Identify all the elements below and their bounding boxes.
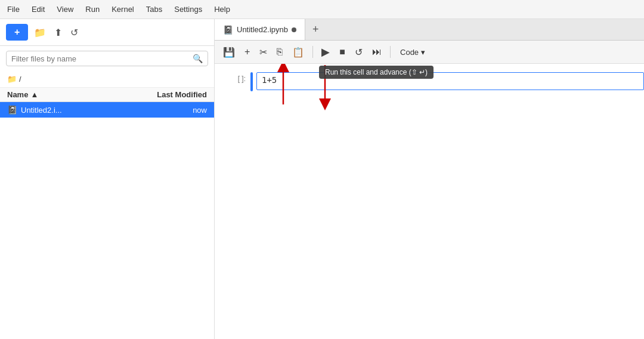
new-button[interactable]: +	[6, 24, 28, 41]
tab-modified-dot	[292, 27, 296, 32]
stop-button[interactable]: ■	[336, 44, 349, 60]
refresh-icon-btn[interactable]: ↺	[68, 24, 80, 41]
file-modified-time: now	[135, 106, 207, 115]
left-panel: + 📁 ⬆ ↺ 🔍 📁 / Name ▲ Last Modified 📓 Unt	[0, 19, 215, 339]
breadcrumb-text: /	[19, 75, 21, 84]
folder-icon-btn[interactable]: 📁	[32, 24, 48, 41]
notebook-toolbar: 💾 + ✂ ⎘ 📋 ▶ ■ ↺ ⏭ Code ▾ Run this cell a…	[215, 41, 644, 64]
tab-notebook-icon: 📓	[223, 25, 233, 35]
search-icon: 🔍	[193, 54, 203, 63]
menu-item-view[interactable]: View	[57, 5, 73, 14]
add-cell-button[interactable]: +	[241, 44, 253, 60]
column-last-modified[interactable]: Last Modified	[135, 90, 207, 99]
cell-input[interactable]: 1+5	[256, 72, 644, 90]
save-button[interactable]: 💾	[219, 44, 239, 60]
file-icon: 📓	[7, 105, 17, 115]
toolbar-separator-1	[312, 46, 313, 58]
column-name-label: Name	[7, 90, 28, 99]
cut-button[interactable]: ✂	[256, 44, 271, 60]
notebook-tab[interactable]: 📓 Untitled2.ipynb	[215, 19, 305, 40]
cell-label: [ ]:	[238, 75, 246, 83]
new-tab-button[interactable]: +	[305, 23, 326, 36]
cell-active-indicator	[250, 72, 253, 91]
upload-icon-btn[interactable]: ⬆	[52, 24, 64, 41]
menu-bar: File Edit View Run Kernel Tabs Settings …	[0, 0, 644, 19]
menu-item-tabs[interactable]: Tabs	[146, 5, 162, 14]
file-list-header: Name ▲ Last Modified	[0, 88, 214, 102]
cell-gutter: [ ]:	[215, 72, 250, 83]
menu-item-kernel[interactable]: Kernel	[112, 5, 134, 14]
chevron-down-icon: ▾	[421, 48, 425, 57]
tab-title: Untitled2.ipynb	[237, 25, 288, 34]
file-row[interactable]: 📓 Untitled2.i... now	[0, 102, 214, 118]
right-panel: 📓 Untitled2.ipynb + 💾 + ✂ ⎘ 📋 ▶ ■ ↺ ⏭ Co…	[215, 19, 644, 339]
menu-item-settings[interactable]: Settings	[174, 5, 202, 14]
tab-bar: 📓 Untitled2.ipynb +	[215, 19, 644, 41]
menu-item-file[interactable]: File	[7, 5, 20, 14]
paste-button[interactable]: 📋	[289, 44, 308, 60]
notebook-content: [ ]: 1+5	[215, 64, 644, 339]
toolbar-separator-2	[390, 46, 391, 58]
sort-icon: ▲	[30, 90, 38, 99]
run-cell-button[interactable]: ▶	[318, 43, 333, 61]
copy-button[interactable]: ⎘	[273, 44, 286, 60]
main-area: + 📁 ⬆ ↺ 🔍 📁 / Name ▲ Last Modified 📓 Unt	[0, 19, 644, 339]
annotation-arrows	[215, 64, 644, 339]
left-toolbar: + 📁 ⬆ ↺	[0, 19, 214, 46]
search-box: 🔍	[6, 51, 208, 66]
menu-item-run[interactable]: Run	[85, 5, 100, 14]
menu-item-help[interactable]: Help	[214, 5, 230, 14]
kernel-name: Code	[400, 48, 419, 57]
file-name: Untitled2.i...	[21, 106, 135, 115]
folder-icon: 📁	[7, 75, 17, 84]
column-name[interactable]: Name ▲	[7, 90, 135, 99]
kernel-selector[interactable]: Code ▾	[400, 48, 425, 57]
search-input[interactable]	[11, 54, 193, 63]
run-cell-tooltip: Run this cell and advance (⇧ ↵)	[319, 66, 434, 79]
menu-item-edit[interactable]: Edit	[32, 5, 45, 14]
restart-button[interactable]: ↺	[351, 44, 366, 60]
restart-run-all-button[interactable]: ⏭	[369, 44, 385, 60]
breadcrumb: 📁 /	[0, 71, 214, 88]
